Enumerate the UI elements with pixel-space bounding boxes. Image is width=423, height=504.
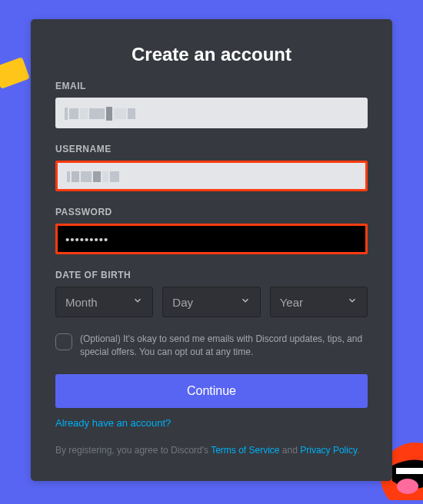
username-field-group: USERNAME <box>55 144 368 191</box>
email-label: EMAIL <box>55 81 368 91</box>
tos-link[interactable]: Terms of Service <box>211 445 279 456</box>
chevron-down-icon <box>347 295 358 309</box>
password-label: PASSWORD <box>55 207 368 217</box>
dob-row: Month Day Year <box>55 287 368 317</box>
privacy-link[interactable]: Privacy Policy <box>300 445 357 456</box>
continue-button[interactable]: Continue <box>55 374 368 408</box>
redacted-username-value <box>65 163 358 189</box>
svg-point-1 <box>397 479 418 494</box>
year-select-label: Year <box>280 296 303 309</box>
password-field-group: PASSWORD <box>55 207 368 254</box>
year-select[interactable]: Year <box>270 287 368 317</box>
month-select[interactable]: Month <box>55 287 153 317</box>
password-input[interactable] <box>55 224 368 254</box>
terms-text: By registering, you agree to Discord's T… <box>55 444 368 457</box>
chevron-down-icon <box>240 295 251 309</box>
terms-and: and <box>280 445 301 456</box>
page-title: Create an account <box>55 44 368 65</box>
dob-field-group: DATE OF BIRTH Month Day Year <box>55 270 368 317</box>
day-select-label: Day <box>172 296 193 309</box>
redacted-email-value <box>63 98 360 128</box>
marketing-optin-row: (Optional) It's okay to send me emails w… <box>55 333 368 359</box>
dob-label: DATE OF BIRTH <box>55 270 368 280</box>
month-select-label: Month <box>65 296 98 309</box>
background-decoration-shape <box>0 57 30 89</box>
username-label: USERNAME <box>55 144 368 154</box>
terms-prefix: By registering, you agree to Discord's <box>55 445 211 456</box>
email-input[interactable] <box>55 98 368 128</box>
username-input[interactable] <box>55 161 368 191</box>
marketing-optin-checkbox[interactable] <box>55 333 72 350</box>
terms-suffix: . <box>357 445 359 456</box>
register-modal: Create an account EMAIL USERNAME <box>31 19 392 481</box>
email-field-group: EMAIL <box>55 81 368 128</box>
login-link[interactable]: Already have an account? <box>55 417 171 429</box>
chevron-down-icon <box>132 295 143 309</box>
day-select[interactable]: Day <box>162 287 260 317</box>
marketing-optin-text: (Optional) It's okay to send me emails w… <box>80 333 368 359</box>
